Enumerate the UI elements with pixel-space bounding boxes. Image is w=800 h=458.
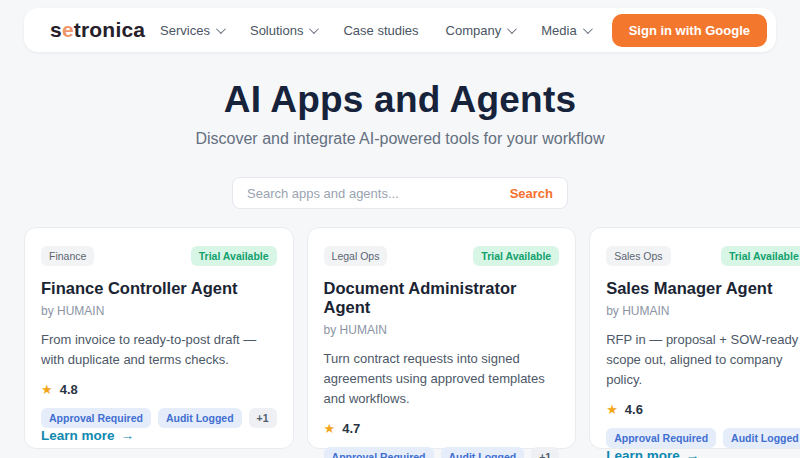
trial-available-badge: Trial Available	[721, 246, 800, 266]
search-input[interactable]	[247, 186, 510, 201]
nav-item-label: Company	[446, 23, 502, 38]
card-title: Finance Controller Agent	[41, 279, 277, 298]
chevron-down-icon	[507, 24, 517, 34]
learn-more-link[interactable]: Learn more →	[41, 428, 277, 443]
agent-card-sales-manager: Sales Ops Trial Available Sales Manager …	[589, 227, 800, 449]
chevron-down-icon	[216, 24, 226, 34]
logo-accent: e	[62, 18, 74, 41]
arrow-right-icon: →	[686, 448, 700, 458]
tag-approval-required: Approval Required	[324, 447, 434, 458]
logo[interactable]: setronica	[50, 18, 145, 42]
tag-more-count: +1	[249, 408, 277, 428]
nav-menu: Services Solutions Case studies Company …	[160, 23, 590, 38]
top-navigation-bar: setronica Services Solutions Case studie…	[24, 8, 776, 52]
tag-more-count: +1	[531, 447, 559, 458]
trial-available-badge: Trial Available	[191, 246, 277, 266]
tag-approval-required: Approval Required	[606, 428, 716, 448]
star-icon: ★	[324, 421, 336, 436]
logo-suffix: tronica	[74, 18, 145, 41]
category-badge: Finance	[41, 246, 94, 266]
category-badge: Legal Ops	[324, 246, 388, 266]
agent-card-document-administrator: Legal Ops Trial Available Document Admin…	[307, 227, 577, 449]
sign-in-with-google-button[interactable]: Sign in with Google	[612, 14, 767, 47]
star-icon: ★	[41, 382, 53, 397]
chevron-down-icon	[309, 24, 319, 34]
card-byline: by HUMAIN	[606, 304, 800, 318]
arrow-right-icon: →	[121, 428, 135, 443]
search-bar: Search	[232, 177, 568, 209]
logo-prefix: s	[50, 18, 62, 41]
nav-item-services[interactable]: Services	[160, 23, 223, 38]
nav-item-solutions[interactable]: Solutions	[250, 23, 316, 38]
tag-audit-logged: Audit Logged	[441, 447, 525, 458]
card-description: From invoice to ready-to-post draft — wi…	[41, 330, 277, 370]
card-byline: by HUMAIN	[41, 304, 277, 318]
agent-card-finance-controller: Finance Trial Available Finance Controll…	[24, 227, 294, 449]
trial-available-badge: Trial Available	[473, 246, 559, 266]
nav-item-media[interactable]: Media	[541, 23, 589, 38]
nav-item-label: Solutions	[250, 23, 303, 38]
card-byline: by HUMAIN	[324, 323, 560, 337]
star-icon: ★	[606, 402, 618, 417]
learn-more-link[interactable]: Learn more →	[606, 448, 800, 458]
nav-item-label: Media	[541, 23, 576, 38]
card-description: Turn contract requests into signed agree…	[324, 349, 560, 409]
page-subtitle: Discover and integrate AI-powered tools …	[0, 130, 800, 148]
page-title: AI Apps and Agents	[0, 79, 800, 121]
tag-approval-required: Approval Required	[41, 408, 151, 428]
tag-audit-logged: Audit Logged	[723, 428, 800, 448]
tag-audit-logged: Audit Logged	[158, 408, 242, 428]
card-title: Sales Manager Agent	[606, 279, 800, 298]
rating-value: 4.6	[625, 402, 643, 417]
chevron-down-icon	[583, 24, 593, 34]
nav-item-label: Services	[160, 23, 210, 38]
card-description: RFP in — proposal + SOW-ready scope out,…	[606, 330, 800, 390]
rating-value: 4.7	[342, 421, 360, 436]
card-title: Document Administrator Agent	[324, 279, 560, 317]
nav-item-case-studies[interactable]: Case studies	[343, 23, 418, 38]
rating-value: 4.8	[60, 382, 78, 397]
hero-section: AI Apps and Agents Discover and integrat…	[0, 79, 800, 148]
agent-card-grid: Finance Trial Available Finance Controll…	[24, 227, 776, 449]
nav-item-label: Case studies	[343, 23, 418, 38]
category-badge: Sales Ops	[606, 246, 670, 266]
search-button[interactable]: Search	[510, 186, 553, 201]
nav-item-company[interactable]: Company	[446, 23, 515, 38]
